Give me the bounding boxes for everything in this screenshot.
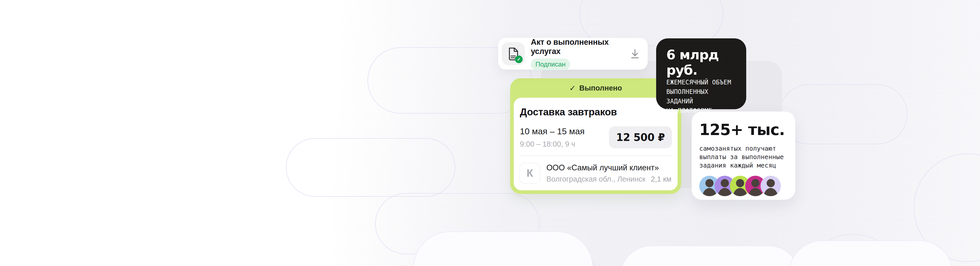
volume-caption-line: ВЫПОЛНЕННЫХ ЗАДАНИЙ	[667, 87, 737, 106]
document-icon-tile: ✓	[502, 42, 525, 65]
pattern-pill-filled	[620, 245, 800, 266]
hero-canvas: ✓ Акт о выполненных услугах Подписан 6 м…	[0, 0, 980, 266]
client-info: ООО «Самый лучший клиент» Волгоградская …	[546, 163, 672, 183]
client-row: К ООО «Самый лучший клиент» Волгоградска…	[519, 163, 672, 184]
payouts-description-line: выплаты за выполненные	[699, 153, 788, 161]
act-title: Акт о выполненных услугах	[531, 38, 622, 56]
payouts-description-line: задания каждый месяц	[699, 161, 788, 170]
payouts-description: самозанятых получают выплаты за выполнен…	[699, 144, 788, 170]
task-body: Доставка завтраков 10 мая – 15 мая 9:00 …	[514, 98, 678, 190]
act-status-badge: Подписан	[531, 59, 570, 70]
client-subrow: Волгоградская обл., Ленинский р-н,... 2,…	[546, 175, 672, 183]
task-status-label: Выполнено	[579, 84, 622, 92]
check-icon: ✓	[570, 83, 576, 93]
pattern-pill-outline	[779, 84, 907, 144]
task-time-info: 9:00 – 18:00, 9 ч	[520, 140, 585, 148]
pattern-pill-filled	[789, 240, 953, 266]
client-distance: 2,1 км	[651, 175, 672, 183]
act-document-card: ✓ Акт о выполненных услугах Подписан	[498, 38, 648, 70]
divider	[519, 155, 672, 156]
pattern-pill-outline	[286, 138, 455, 197]
user-avatar	[760, 176, 781, 196]
signed-check-badge: ✓	[515, 56, 523, 63]
volume-caption-line: ЕЖЕМЕСЯЧНЫЙ ОБЪЕМ	[667, 78, 737, 87]
task-date-range: 10 мая – 15 мая	[520, 127, 585, 136]
task-dates-block: 10 мая – 15 мая 9:00 – 18:00, 9 ч	[519, 127, 585, 148]
task-price-badge: 12 500 ₽	[609, 127, 672, 148]
volume-stat-card: 6 млрд руб. ЕЖЕМЕСЯЧНЫЙ ОБЪЕМ ВЫПОЛНЕННЫ…	[656, 38, 746, 109]
download-icon	[629, 48, 641, 60]
task-meta-row: 10 мая – 15 мая 9:00 – 18:00, 9 ч 12 500…	[519, 127, 672, 148]
pattern-pill-filled	[414, 231, 593, 266]
volume-value: 6 млрд руб.	[667, 47, 737, 78]
client-avatar: К	[519, 163, 540, 184]
client-name: ООО «Самый лучший клиент»	[546, 163, 672, 172]
client-address: Волгоградская обл., Ленинский р-н,...	[546, 175, 645, 183]
payouts-stat-card: 125+ тыс. самозанятых получают выплаты з…	[692, 112, 795, 200]
volume-caption: ЕЖЕМЕСЯЧНЫЙ ОБЪЕМ ВЫПОЛНЕННЫХ ЗАДАНИЙ НА…	[667, 78, 737, 115]
task-title: Доставка завтраков	[520, 106, 672, 118]
task-status-header: ✓ Выполнено	[510, 78, 681, 98]
download-button[interactable]	[628, 47, 641, 60]
act-text-block: Акт о выполненных услугах Подписан	[531, 38, 622, 70]
task-card: ✓ Выполнено Доставка завтраков 10 мая – …	[510, 78, 681, 194]
payouts-description-line: самозанятых получают	[699, 144, 788, 153]
avatar-group	[699, 176, 788, 196]
payouts-value: 125+ тыс.	[699, 121, 788, 139]
